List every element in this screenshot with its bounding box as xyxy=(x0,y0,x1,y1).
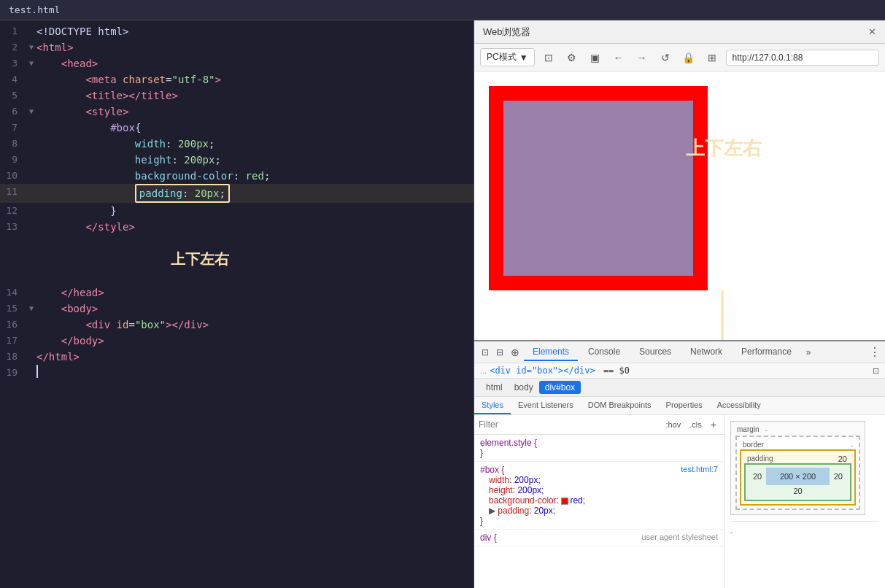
subtabs-bar: Styles Event Listeners DOM Breakpoints P… xyxy=(474,397,885,415)
code-line-5: 5 <title></title> xyxy=(0,88,474,104)
code-line-7: 7 #box{ xyxy=(0,120,474,136)
padding-expand-arrow[interactable]: ▶ xyxy=(489,506,495,516)
lock-button[interactable]: 🔒 xyxy=(679,48,698,67)
code-line-2: 2 ▼ <html> xyxy=(0,39,474,55)
main-layout: 1 <!DOCTYPE html> 2 ▼ <html> 3 ▼ <head> … xyxy=(0,20,885,588)
code-line-6: 6 ▼ <style> xyxy=(0,104,474,120)
grid-button[interactable]: ⊞ xyxy=(703,48,722,67)
padding-box: 20 200 × 200 20 20 xyxy=(744,463,851,501)
subtab-dom-breakpoints[interactable]: DOM Breakpoints xyxy=(581,397,659,414)
yellow-arrow xyxy=(686,283,759,340)
browser-window: Web浏览器 ✕ PC模式 ▼ ⊡ ⚙ ▣ ← → ↺ 🔒 ⊞ xyxy=(474,20,885,340)
element-style-selector: element.style { xyxy=(480,438,537,448)
box-source[interactable]: test.html:7 xyxy=(681,465,718,473)
styles-right-panel: margin - border - xyxy=(724,415,885,588)
margin-outer: border - padding 20 xyxy=(735,436,860,510)
subtab-event-listeners[interactable]: Event Listeners xyxy=(511,397,581,414)
screenshot-button[interactable]: ⊡ xyxy=(539,48,558,67)
padding-row: padding 20 xyxy=(744,454,851,463)
tab-sources[interactable]: Sources xyxy=(630,344,680,361)
subtab-styles[interactable]: Styles xyxy=(474,397,511,414)
code-line-4: 4 <meta charset="utf-8"> xyxy=(0,71,474,88)
div-rule: div { user agent stylesheet xyxy=(474,530,724,546)
selected-element-text: <div id="box"></div> xyxy=(490,365,595,376)
back-button[interactable]: ← xyxy=(609,48,628,67)
breadcrumb-divbox[interactable]: div#box xyxy=(539,381,581,394)
styles-left-panel: :hov .cls + element.style { } #box { tes… xyxy=(474,415,724,588)
mode-dropdown-icon: ▼ xyxy=(519,53,528,63)
devtools-menu-button[interactable]: ⋮ xyxy=(869,345,881,359)
ellipsis-label: ... xyxy=(480,366,487,375)
box-model-widget: margin - border - xyxy=(730,421,865,515)
padding-left-val: 20 xyxy=(749,472,766,481)
devtools-resize-icon[interactable]: ⊡ xyxy=(479,346,492,359)
code-line-11: 11 padding: 20px; xyxy=(0,184,474,203)
code-line-15: 15 ▼ <body> xyxy=(0,301,474,317)
filter-input[interactable] xyxy=(479,419,660,430)
chinese-annotation: 上下左右 xyxy=(171,250,229,268)
mode-selector[interactable]: PC模式 ▼ xyxy=(480,48,535,66)
margin-row: margin - xyxy=(734,425,862,434)
filter-bar: :hov .cls + xyxy=(474,415,724,435)
styles-content: :hov .cls + element.style { } #box { tes… xyxy=(474,415,885,588)
browser-toolbar: PC模式 ▼ ⊡ ⚙ ▣ ← → ↺ 🔒 ⊞ xyxy=(474,44,885,71)
code-line-1: 1 <!DOCTYPE html> xyxy=(0,23,474,39)
box-model-spacer: - xyxy=(730,528,733,536)
content-row: 20 200 × 200 20 xyxy=(749,468,847,485)
padding-right-val: 20 xyxy=(830,472,847,481)
browser-content: 上下左右 xyxy=(474,71,885,340)
equals-sign: == $0 xyxy=(598,365,630,376)
breadcrumb-bar: html body div#box xyxy=(474,379,885,397)
add-style-button[interactable]: + xyxy=(708,417,719,432)
devtools-undock-icon[interactable]: ⊟ xyxy=(493,346,506,359)
box-selector: #box { xyxy=(480,465,504,475)
browser-close-button[interactable]: ✕ xyxy=(868,26,876,37)
right-panel: Web浏览器 ✕ PC模式 ▼ ⊡ ⚙ ▣ ← → ↺ 🔒 ⊞ xyxy=(474,20,885,588)
code-line-17: 17 </body> xyxy=(0,333,474,349)
border-row: border - xyxy=(740,440,856,449)
element-style-rule: element.style { } xyxy=(474,435,724,462)
code-line-13: 13 </style> xyxy=(0,219,474,235)
tab-performance[interactable]: Performance xyxy=(733,344,800,361)
tab-more-button[interactable]: » xyxy=(802,344,816,360)
devtools-side-icon[interactable]: ⊡ xyxy=(873,366,879,376)
code-line-8: 8 width: 200px; xyxy=(0,136,474,152)
refresh-button[interactable]: ↺ xyxy=(656,48,675,67)
purple-inner-box xyxy=(503,101,693,276)
devtools-topbar: ⊡ ⊟ ⊕ Elements Console Sources Network P… xyxy=(474,341,885,363)
settings-button[interactable]: ⚙ xyxy=(563,48,581,67)
browser-title-label: Web浏览器 xyxy=(483,26,862,39)
hov-button[interactable]: :hov xyxy=(663,419,684,430)
browser-titlebar: Web浏览器 ✕ xyxy=(474,20,885,44)
breadcrumb-html[interactable]: html xyxy=(480,381,509,394)
agent-stylesheet-label: user agent stylesheet xyxy=(641,533,718,541)
breadcrumb-body[interactable]: body xyxy=(509,381,539,394)
color-swatch-red xyxy=(561,498,568,505)
chinese-text-overlay: 上下左右 xyxy=(686,136,762,161)
forward-button[interactable]: → xyxy=(633,48,652,67)
annotation-line: 上下左右 xyxy=(0,235,474,285)
tab-elements[interactable]: Elements xyxy=(524,344,578,361)
tab-network[interactable]: Network xyxy=(681,344,731,361)
code-line-9: 9 height: 200px; xyxy=(0,152,474,168)
url-input[interactable] xyxy=(726,50,879,66)
tab-console[interactable]: Console xyxy=(579,344,629,361)
box-rule: #box { test.html:7 width: 200px; height:… xyxy=(474,462,724,530)
padding-top-val: 20 xyxy=(834,454,851,463)
preview-area xyxy=(474,71,722,308)
box-model-separator: - xyxy=(730,521,879,538)
devtools-button[interactable]: ▣ xyxy=(586,48,605,67)
div-selector: div { xyxy=(480,533,497,543)
code-editor: 1 <!DOCTYPE html> 2 ▼ <html> 3 ▼ <head> … xyxy=(0,20,474,588)
code-line-16: 16 <div id="box"></div> xyxy=(0,317,474,333)
filename-label: test.html xyxy=(9,4,60,15)
subtab-accessibility[interactable]: Accessibility xyxy=(710,397,768,414)
cls-button[interactable]: .cls xyxy=(687,419,705,430)
content-box: 200 × 200 xyxy=(766,468,830,485)
padding-bottom-val: 20 xyxy=(749,485,847,497)
inspector-cursor[interactable]: ⊕ xyxy=(508,345,522,360)
selected-element-bar: ... <div id="box"></div> == $0 ⊡ xyxy=(474,363,885,379)
subtab-properties[interactable]: Properties xyxy=(659,397,710,414)
code-line-19: 19 xyxy=(0,365,474,381)
devtools-panel: ⊡ ⊟ ⊕ Elements Console Sources Network P… xyxy=(474,340,885,588)
